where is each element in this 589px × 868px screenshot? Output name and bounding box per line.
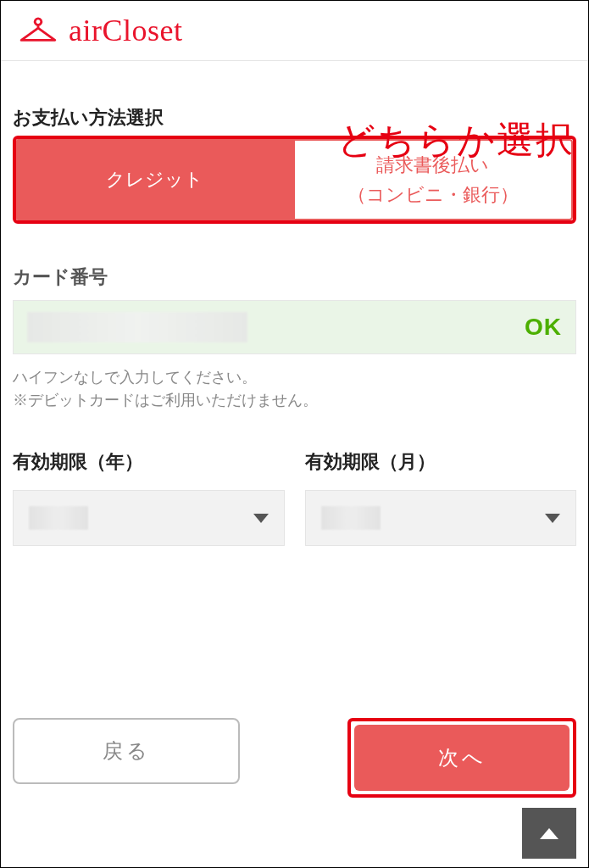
brand-name: airCloset: [69, 13, 182, 48]
card-number-input[interactable]: OK: [13, 300, 576, 354]
scroll-to-top-button[interactable]: [522, 808, 576, 859]
expiry-year-label: 有効期限（年）: [13, 449, 285, 475]
payment-option-credit[interactable]: クレジット: [16, 139, 293, 220]
next-button-label: 次へ: [438, 744, 486, 771]
hint-line-1: ハイフンなしで入力してください。: [13, 366, 576, 389]
payment-option-credit-label: クレジット: [106, 164, 203, 194]
card-number-value-redacted: [27, 312, 247, 342]
expiry-month-label: 有効期限（月）: [305, 449, 577, 475]
app-header: airCloset: [1, 1, 588, 61]
chevron-up-icon: [540, 828, 558, 839]
back-button-label: 戻る: [103, 737, 151, 765]
payment-option-invoice-label-2: （コンビニ・銀行）: [347, 180, 519, 209]
card-number-label: カード番号: [13, 264, 576, 290]
expiry-year-value-redacted: [29, 506, 88, 530]
card-number-hint: ハイフンなしで入力してください。 ※デビットカードはご利用いただけません。: [13, 366, 576, 412]
chevron-down-icon: [253, 514, 269, 523]
validation-ok-badge: OK: [525, 314, 562, 341]
hanger-icon: [18, 16, 58, 45]
expiry-month-select[interactable]: [305, 490, 577, 546]
annotation-select-one: どちらか選択: [337, 115, 575, 165]
expiry-month-value-redacted: [321, 506, 381, 530]
chevron-down-icon: [545, 514, 560, 523]
expiry-year-select[interactable]: [13, 490, 285, 546]
back-button[interactable]: 戻る: [13, 718, 240, 784]
next-button[interactable]: 次へ: [354, 725, 570, 791]
footer-buttons: 戻る 次へ: [13, 718, 576, 798]
hint-line-2: ※デビットカードはご利用いただけません。: [13, 389, 576, 412]
next-button-highlight: 次へ: [347, 718, 576, 798]
